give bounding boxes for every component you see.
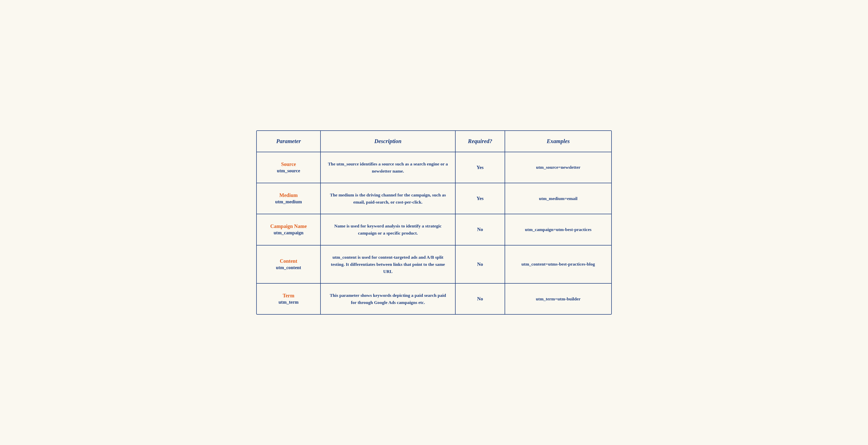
param-cell-3: Content utm_content bbox=[257, 245, 320, 284]
param-label-1: Medium bbox=[263, 192, 314, 198]
example-cell-1: utm_medium=email bbox=[505, 183, 611, 214]
param-code-3: utm_content bbox=[276, 265, 301, 270]
required-value-1: Yes bbox=[477, 196, 484, 201]
description-text-2: Name is used for keyword analysis to ide… bbox=[334, 224, 441, 236]
param-code-1: utm_medium bbox=[275, 199, 302, 204]
header-parameter: Parameter bbox=[257, 131, 320, 152]
table-row: Source utm_source The utm_source identif… bbox=[257, 152, 611, 183]
description-cell-1: The medium is the driving channel for th… bbox=[320, 183, 455, 214]
description-cell-3: utm_content is used for content-targeted… bbox=[320, 245, 455, 284]
required-value-2: No bbox=[477, 227, 483, 232]
param-label-3: Content bbox=[263, 258, 314, 264]
example-value-2: utm_campaign=utm-best-practices bbox=[525, 227, 591, 232]
description-cell-2: Name is used for keyword analysis to ide… bbox=[320, 214, 455, 245]
required-value-3: No bbox=[477, 262, 483, 267]
description-text-4: This parameter shows keywords depicting … bbox=[330, 293, 446, 305]
example-value-0: utm_source=newsletter bbox=[536, 165, 581, 170]
description-text-3: utm_content is used for content-targeted… bbox=[331, 255, 445, 274]
param-label-4: Term bbox=[263, 293, 314, 299]
param-label-0: Source bbox=[263, 161, 314, 167]
param-code-4: utm_term bbox=[279, 300, 299, 305]
required-cell-1: Yes bbox=[455, 183, 505, 214]
table-row: Medium utm_medium The medium is the driv… bbox=[257, 183, 611, 214]
required-cell-4: No bbox=[455, 284, 505, 314]
param-code-2: utm_campaign bbox=[274, 230, 304, 235]
table-row: Term utm_term This parameter shows keywo… bbox=[257, 284, 611, 314]
example-cell-3: utm_content=utms-best-practices-blog bbox=[505, 245, 611, 284]
required-cell-3: No bbox=[455, 245, 505, 284]
example-cell-2: utm_campaign=utm-best-practices bbox=[505, 214, 611, 245]
example-value-3: utm_content=utms-best-practices-blog bbox=[521, 262, 595, 267]
utm-parameters-table: Parameter Description Required? Examples… bbox=[256, 130, 612, 315]
required-cell-0: Yes bbox=[455, 152, 505, 183]
description-cell-0: The utm_source identifies a source such … bbox=[320, 152, 455, 183]
required-value-4: No bbox=[477, 296, 483, 301]
example-value-4: utm_term=utm-builder bbox=[536, 296, 581, 301]
header-required: Required? bbox=[455, 131, 505, 152]
param-cell-2: Campaign Name utm_campaign bbox=[257, 214, 320, 245]
table-row: Campaign Name utm_campaign Name is used … bbox=[257, 214, 611, 245]
table-header-row: Parameter Description Required? Examples bbox=[257, 131, 611, 152]
required-cell-2: No bbox=[455, 214, 505, 245]
description-text-0: The utm_source identifies a source such … bbox=[328, 161, 448, 174]
param-label-2: Campaign Name bbox=[263, 224, 314, 229]
example-cell-0: utm_source=newsletter bbox=[505, 152, 611, 183]
param-cell-1: Medium utm_medium bbox=[257, 183, 320, 214]
header-examples: Examples bbox=[505, 131, 611, 152]
required-value-0: Yes bbox=[477, 165, 484, 170]
description-text-1: The medium is the driving channel for th… bbox=[330, 192, 446, 205]
param-code-0: utm_source bbox=[277, 168, 300, 173]
header-description: Description bbox=[320, 131, 455, 152]
param-cell-4: Term utm_term bbox=[257, 284, 320, 314]
example-cell-4: utm_term=utm-builder bbox=[505, 284, 611, 314]
param-cell-0: Source utm_source bbox=[257, 152, 320, 183]
example-value-1: utm_medium=email bbox=[539, 196, 578, 201]
description-cell-4: This parameter shows keywords depicting … bbox=[320, 284, 455, 314]
table-row: Content utm_content utm_content is used … bbox=[257, 245, 611, 284]
